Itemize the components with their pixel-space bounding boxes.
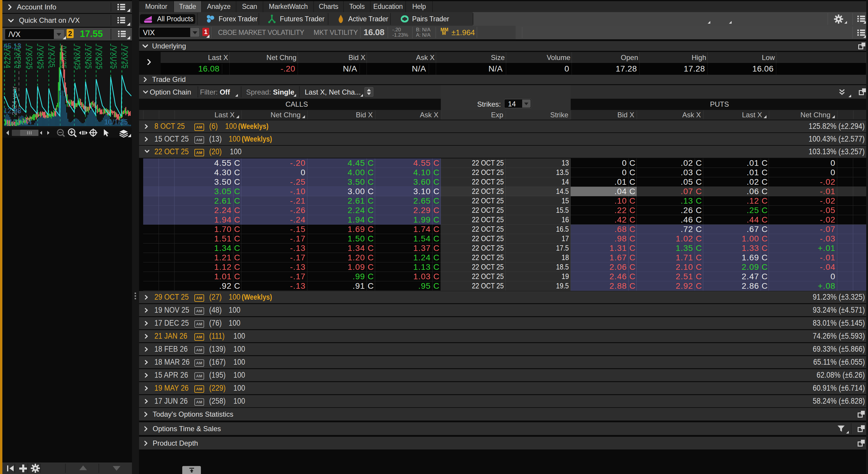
svg-text:11/20/24: 11/20/24: [5, 118, 32, 126]
svg-text:/VXQ25: /VXQ25: [96, 45, 103, 69]
svg-text:/VXH25: /VXH25: [37, 45, 45, 69]
svg-text:12.98: 12.98: [4, 107, 21, 115]
svg-text:10/1/25: 10/1/25: [104, 118, 128, 126]
svg-text:/VXM25: /VXM25: [74, 45, 81, 70]
svg-text:/VXU25: /VXU25: [110, 45, 118, 69]
svg-text:/VXJ25: /VXJ25: [48, 45, 56, 67]
svg-text:/VXV25: /VXV25: [121, 45, 129, 69]
svg-text:/VXG25: /VXG25: [26, 45, 33, 69]
svg-text:45.13: 45.13: [4, 42, 21, 50]
svg-text:/VXN25: /VXN25: [85, 45, 93, 69]
